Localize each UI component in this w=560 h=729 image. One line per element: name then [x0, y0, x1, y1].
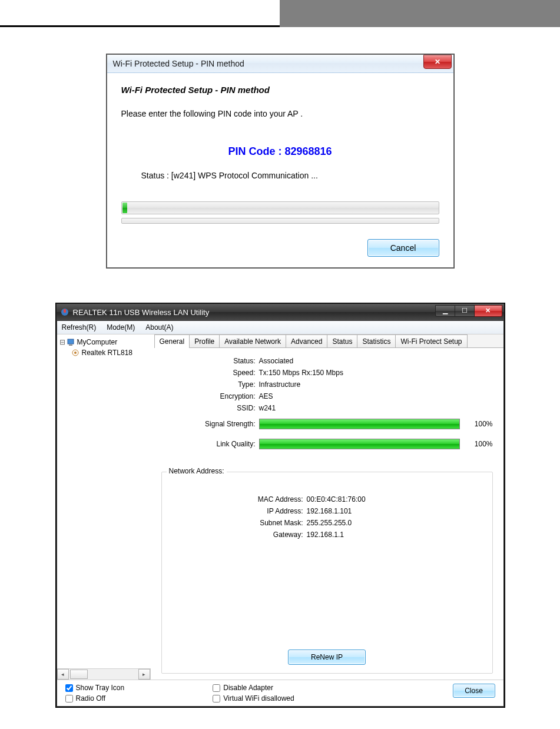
window-titlebar[interactable]: REALTEK 11n USB Wireless LAN Utility ▁ ☐…	[57, 304, 504, 320]
encryption-label: Encryption:	[161, 392, 259, 400]
radio-off-input[interactable]	[65, 695, 73, 703]
ip-value: 192.168.1.101	[307, 507, 486, 515]
tab-available-network[interactable]: Available Network	[219, 334, 286, 347]
maximize-icon: ☐	[462, 307, 468, 314]
maximize-button[interactable]: ☐	[455, 305, 475, 317]
speed-value: Tx:150 Mbps Rx:150 Mbps	[259, 369, 493, 377]
minimize-button[interactable]: ▁	[435, 305, 455, 317]
scroll-left-icon[interactable]: ◂	[57, 669, 69, 680]
tree-adapter[interactable]: Realtek RTL818	[59, 347, 153, 358]
disable-adapter-input[interactable]	[213, 684, 220, 692]
show-tray-checkbox[interactable]: Show Tray Icon	[65, 684, 125, 692]
signal-bar	[259, 419, 460, 429]
tab-profile[interactable]: Profile	[189, 334, 220, 347]
radio-off-checkbox[interactable]: Radio Off	[65, 694, 125, 703]
network-address-legend: Network Address:	[167, 467, 227, 475]
virtual-wifi-checkbox[interactable]: Virtual WiFi disallowed	[213, 694, 294, 703]
ip-label: IP Address:	[168, 507, 307, 515]
tab-advanced[interactable]: Advanced	[286, 334, 327, 347]
mac-value: 00:E0:4C:81:76:00	[307, 495, 486, 503]
tab-strip: General Profile Available Network Advanc…	[151, 334, 503, 348]
close-button-label: Close	[465, 687, 483, 695]
subnet-value: 255.255.255.0	[307, 519, 486, 527]
menu-bar: Refresh(R) Mode(M) About(A)	[57, 321, 503, 334]
link-bar	[259, 439, 460, 449]
signal-label: Signal Strength:	[161, 420, 259, 428]
progress-bar-main	[121, 201, 439, 214]
tree-root-label: MyComputer	[77, 338, 118, 346]
renew-ip-label: ReNew IP	[311, 653, 343, 661]
svg-rect-3	[69, 344, 72, 346]
link-percent: 100%	[460, 440, 493, 448]
page-header-bar	[0, 0, 560, 27]
tree-root[interactable]: ⊟ MyComputer	[59, 337, 153, 347]
adapter-icon	[71, 349, 81, 357]
renew-ip-button[interactable]: ReNew IP	[288, 650, 366, 665]
status-label: Status:	[161, 357, 259, 365]
signal-percent: 100%	[460, 420, 493, 428]
app-icon	[60, 307, 69, 317]
tab-wps[interactable]: Wi-Fi Protect Setup	[395, 334, 467, 347]
type-value: Infrastructure	[259, 380, 493, 389]
tree-scrollbar[interactable]: ◂ ▸	[57, 668, 150, 680]
svg-rect-2	[68, 339, 74, 344]
minimize-icon: ▁	[443, 307, 448, 314]
dialog-heading: Wi-Fi Protected Setup - PIN method	[121, 85, 439, 95]
gateway-value: 192.168.1.1	[307, 531, 486, 539]
cancel-button[interactable]: Cancel	[367, 239, 439, 257]
computer-icon	[67, 338, 76, 346]
window-title: REALTEK 11n USB Wireless LAN Utility	[73, 308, 210, 317]
cancel-button-label: Cancel	[390, 243, 416, 253]
menu-refresh[interactable]: Refresh(R)	[62, 323, 97, 332]
menu-about[interactable]: About(A)	[145, 323, 173, 332]
window-footer: Show Tray Icon Radio Off Disable Adapter…	[57, 680, 503, 706]
pin-code: PIN Code : 82968816	[121, 145, 439, 158]
dialog-title: Wi-Fi Protected Setup - PIN method	[113, 59, 244, 68]
status-value: Associated	[259, 357, 493, 365]
tree-collapse-icon[interactable]: ⊟	[59, 338, 67, 346]
scroll-thumb[interactable]	[70, 670, 88, 679]
utility-window: REALTEK 11n USB Wireless LAN Utility ▁ ☐…	[56, 303, 505, 707]
link-label: Link Quality:	[161, 440, 259, 448]
tab-general[interactable]: General	[154, 334, 190, 348]
dialog-message: Please enter the following PIN code into…	[121, 109, 439, 118]
device-tree[interactable]: ⊟ MyComputer Realtek RTL818	[57, 334, 155, 668]
progress-bar-secondary	[121, 218, 439, 224]
dialog-titlebar[interactable]: Wi-Fi Protected Setup - PIN method ✕	[107, 55, 453, 73]
wps-status: Status : [w241] WPS Protocol Communicati…	[141, 171, 439, 180]
type-label: Type:	[161, 380, 259, 389]
subnet-label: Subnet Mask:	[168, 519, 307, 527]
dialog-close-button[interactable]: ✕	[423, 55, 452, 69]
disable-adapter-checkbox[interactable]: Disable Adapter	[213, 684, 294, 692]
show-tray-input[interactable]	[65, 684, 73, 692]
menu-mode[interactable]: Mode(M)	[107, 323, 135, 332]
ssid-label: SSID:	[161, 404, 259, 412]
mac-label: MAC Address:	[168, 495, 307, 503]
ssid-value: w241	[259, 404, 493, 412]
scroll-right-icon[interactable]: ▸	[138, 669, 150, 680]
encryption-value: AES	[259, 392, 493, 400]
close-icon: ✕	[435, 58, 440, 66]
gateway-label: Gateway:	[168, 531, 307, 539]
tree-adapter-label: Realtek RTL818	[82, 349, 133, 357]
svg-point-5	[74, 352, 77, 354]
close-icon: ✕	[485, 307, 491, 314]
speed-label: Speed:	[161, 369, 259, 377]
window-close-button[interactable]: ✕	[475, 305, 502, 317]
tab-statistics[interactable]: Statistics	[357, 334, 396, 347]
tab-status[interactable]: Status	[327, 334, 357, 347]
network-address-group: Network Address: MAC Address:00:E0:4C:81…	[161, 472, 493, 674]
virtual-wifi-input[interactable]	[213, 695, 220, 703]
svg-rect-1	[64, 309, 66, 313]
close-button[interactable]: Close	[453, 684, 495, 698]
tab-general-body: Status:Associated Speed:Tx:150 Mbps Rx:1…	[151, 348, 503, 680]
wps-pin-dialog: Wi-Fi Protected Setup - PIN method ✕ Wi-…	[107, 54, 454, 268]
